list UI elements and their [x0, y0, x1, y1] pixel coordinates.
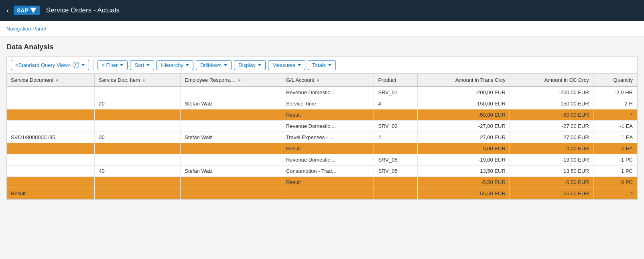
measures-chevron-icon — [298, 64, 301, 66]
sort-icon-employee[interactable]: ≡ — [238, 78, 241, 83]
cell-product: SRV_05 — [374, 154, 418, 166]
cell-service_doc_item: 30 — [95, 132, 181, 143]
sap-logo: SAP — [14, 6, 40, 15]
cell-quantity: * — [593, 109, 637, 121]
table-row: Result-5,50 EUR-5,50 EUR0 PC — [7, 177, 637, 188]
table-row: 20Stefan WalzService Time#150,00 EUR150,… — [7, 98, 637, 109]
table-row: SVO1/800000018530Stefan WalzTravel Expen… — [7, 132, 637, 143]
navigation-panel-link[interactable]: Navigation Panel — [6, 26, 46, 32]
cell-employee_responsible — [181, 177, 282, 188]
cell-service_doc_item — [95, 109, 181, 121]
drilldown-label: Drilldown — [200, 62, 221, 68]
cell-amount_trans: -200,00 EUR — [418, 87, 510, 98]
cell-gl_account: Revenue Domestic ... — [282, 154, 374, 166]
cell-amount_cc: 27,00 EUR — [510, 132, 593, 143]
table-row: 40Stefan WalzConsumption - Trad...SRV_05… — [7, 166, 637, 177]
cell-service_document: Result — [7, 188, 95, 199]
data-table: Service Document ≡ Service Doc. Item ≡ E… — [6, 73, 638, 200]
sort-label: Sort — [134, 62, 144, 68]
cell-product — [374, 109, 418, 121]
back-button[interactable]: ‹ — [6, 6, 9, 15]
cell-amount_trans: -19,00 EUR — [418, 154, 510, 166]
cell-quantity: * — [593, 188, 637, 199]
cell-gl_account: Travel Expenses - ... — [282, 132, 374, 143]
cell-product — [374, 143, 418, 154]
cell-amount_cc: -5,50 EUR — [510, 177, 593, 188]
cell-gl_account — [282, 188, 374, 199]
cell-service_doc_item: 20 — [95, 98, 181, 109]
display-chevron-icon — [258, 64, 261, 66]
cell-product: # — [374, 98, 418, 109]
cell-gl_account: Result — [282, 143, 374, 154]
cell-service_document — [7, 154, 95, 166]
cell-amount_trans: -5,50 EUR — [418, 177, 510, 188]
cell-amount_cc: 0,00 EUR — [510, 143, 593, 154]
col-product: Product — [374, 74, 418, 87]
cell-service_doc_item — [95, 154, 181, 166]
cell-service_document — [7, 98, 95, 109]
cell-amount_trans: 13,50 EUR — [418, 166, 510, 177]
totals-chevron-icon — [328, 64, 331, 66]
cell-employee_responsible — [181, 143, 282, 154]
cell-service_doc_item — [95, 87, 181, 98]
cell-amount_trans: -50,00 EUR — [418, 109, 510, 121]
cell-quantity: 1 PC — [593, 166, 637, 177]
filter-label: Filter — [106, 62, 118, 68]
cell-service_document — [7, 87, 95, 98]
cell-quantity: -1 PC — [593, 154, 637, 166]
hierarchy-button[interactable]: Hierarchy — [156, 60, 193, 70]
cell-gl_account: Revenue Domestic ... — [282, 121, 374, 132]
cell-employee_responsible — [181, 154, 282, 166]
filter-chevron-icon — [120, 64, 123, 66]
cell-service_document — [7, 166, 95, 177]
totals-button[interactable]: Totals — [308, 60, 336, 70]
hierarchy-label: Hierarchy — [161, 62, 183, 68]
display-button[interactable]: Display — [234, 60, 266, 70]
app-header: ‹ SAP Service Orders - Actuals — [0, 0, 644, 21]
cell-service_document — [7, 121, 95, 132]
measures-button[interactable]: Measures — [268, 60, 305, 70]
sort-button[interactable]: Sort — [130, 60, 154, 70]
sort-chevron-icon — [146, 64, 150, 66]
col-amount-cc: Amount in CC Crcy — [510, 74, 593, 87]
filter-icon: ▿ — [102, 62, 105, 68]
col-employee-responsible: Employee Respons.... ≡ — [181, 74, 282, 87]
nav-panel-bar: Navigation Panel — [0, 21, 644, 36]
filter-button[interactable]: ▿ Filter — [98, 60, 128, 70]
totals-label: Totals — [312, 62, 326, 68]
table-row: Result-55,50 EUR-55,50 EUR* — [7, 188, 637, 199]
cell-service_document — [7, 177, 95, 188]
sort-icon-gl-account[interactable]: ≡ — [317, 78, 319, 83]
cell-amount_trans: 27,00 EUR — [418, 132, 510, 143]
cell-employee_responsible — [181, 188, 282, 199]
table-header-row: Service Document ≡ Service Doc. Item ≡ E… — [7, 74, 637, 87]
cell-quantity: -2,0 HR — [593, 87, 637, 98]
query-view-info-icon: ℹ — [73, 62, 79, 68]
cell-product: SRV_02 — [374, 121, 418, 132]
cell-service_doc_item — [95, 188, 181, 199]
toolbar: <Standard Query View> ℹ ▿ Filter Sort Hi… — [6, 56, 638, 73]
cell-employee_responsible: Stefan Walz — [181, 166, 282, 177]
toolbar-divider-1 — [93, 60, 93, 70]
measures-label: Measures — [272, 62, 295, 68]
cell-quantity: 1 EA — [593, 132, 637, 143]
col-amount-trans: Amount in Trans Crcy — [418, 74, 510, 87]
cell-product: SRV_01 — [374, 87, 418, 98]
cell-employee_responsible — [181, 87, 282, 98]
query-view-button[interactable]: <Standard Query View> ℹ — [11, 60, 89, 70]
sort-icon-service-doc-item[interactable]: ≡ — [143, 78, 145, 83]
table-row: Revenue Domestic ...SRV_05-19,00 EUR-19,… — [7, 154, 637, 166]
cell-quantity: -1 EA — [593, 121, 637, 132]
cell-amount_cc: -200,00 EUR — [510, 87, 593, 98]
table-row: Result0,00 EUR0,00 EUR0 EA — [7, 143, 637, 154]
drilldown-button[interactable]: Drilldown — [196, 60, 232, 70]
cell-product: SRV_05 — [374, 166, 418, 177]
sort-icon-service-document[interactable]: ≡ — [56, 78, 59, 83]
cell-product: # — [374, 132, 418, 143]
cell-amount_cc: -55,50 EUR — [510, 188, 593, 199]
cell-amount_trans: -27,00 EUR — [418, 121, 510, 132]
display-label: Display — [238, 62, 256, 68]
cell-amount_cc: 150,00 EUR — [510, 98, 593, 109]
cell-quantity: 2 H — [593, 98, 637, 109]
cell-employee_responsible: Stefan Walz — [181, 98, 282, 109]
